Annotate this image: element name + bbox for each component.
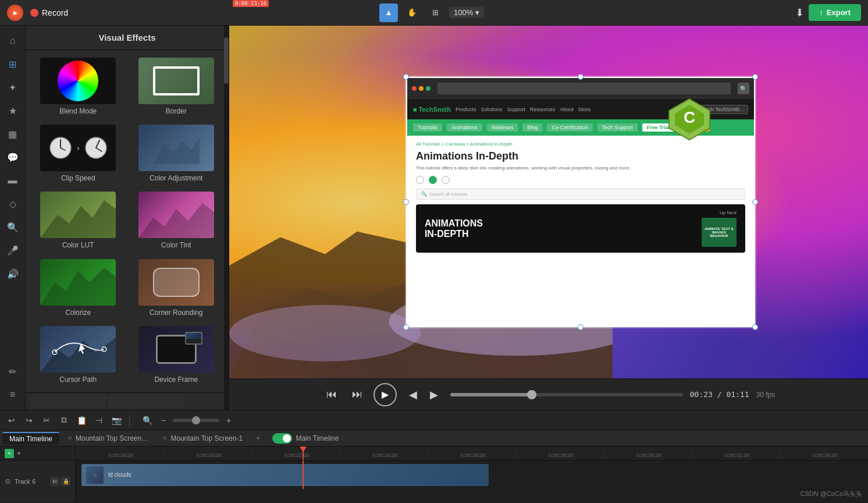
sidebar-icon-zoom[interactable]: 🔍 bbox=[2, 217, 23, 238]
nav-products: Products bbox=[456, 107, 476, 112]
current-time: 00:23 bbox=[690, 390, 713, 399]
export-button[interactable]: ↑ Export bbox=[809, 4, 861, 21]
undo-button[interactable]: ↩ bbox=[5, 413, 19, 427]
play-prev-frame-button[interactable]: ⏭ bbox=[348, 385, 367, 404]
add-tab-button[interactable]: + bbox=[251, 433, 265, 444]
nav-about: About bbox=[560, 107, 574, 112]
hand-tool-btn[interactable]: ✋ bbox=[403, 3, 421, 22]
sidebar-icon-captions[interactable]: ≡ bbox=[2, 384, 23, 405]
inner-search: 🔍 Search all tutorials bbox=[416, 189, 745, 200]
timeline-zoom-slider[interactable] bbox=[173, 419, 219, 422]
sidebar-icon-favorites[interactable]: ★ bbox=[2, 100, 23, 121]
zoom-out-button[interactable]: − bbox=[156, 413, 170, 427]
track-lock-button[interactable]: 🔒 bbox=[61, 477, 70, 486]
browser-page-title: Animations In-Depth bbox=[416, 150, 745, 162]
play-button[interactable]: ▶ bbox=[373, 383, 397, 406]
clip-thumbnail: 🌤 bbox=[86, 466, 104, 484]
main-timeline-toggle[interactable] bbox=[272, 433, 292, 444]
effects-scrollbar[interactable] bbox=[224, 26, 229, 410]
sidebar-icon-speech[interactable]: 💬 bbox=[2, 147, 23, 168]
effect-border[interactable]: Border bbox=[129, 55, 225, 119]
effect-label-color-lut: Color LUT bbox=[62, 241, 94, 249]
record-button[interactable]: Record bbox=[30, 8, 68, 17]
camtasia-logo: C bbox=[666, 96, 713, 145]
effect-thumb-border bbox=[138, 58, 214, 104]
zoom-control[interactable]: 100% ▾ bbox=[449, 7, 484, 18]
export-icon: ↑ bbox=[819, 8, 823, 17]
cut-button[interactable]: ✂ bbox=[40, 413, 54, 427]
track-header-ruler: + ▾ bbox=[0, 447, 75, 461]
effect-colorize[interactable]: Colorize bbox=[30, 256, 126, 321]
effect-clip-speed[interactable]: › Clip Speed bbox=[30, 122, 126, 186]
toggle-knob bbox=[283, 434, 291, 442]
tab-close-1[interactable]: ✕ bbox=[67, 435, 72, 441]
tab-mountain-top-screen-1[interactable]: ✕ Mountain Top Screen-1 bbox=[155, 433, 250, 444]
search-timeline-button[interactable]: 🔍 bbox=[140, 413, 154, 427]
sidebar-icon-volume[interactable]: 🔊 bbox=[2, 263, 23, 284]
prev-marker-button[interactable]: ◀ bbox=[404, 385, 422, 404]
add-track-button[interactable]: + bbox=[5, 449, 14, 458]
mark-34: 0:00:34,00 bbox=[780, 452, 868, 458]
track-mute-button[interactable]: M bbox=[50, 477, 59, 486]
tab-mt1-label: Mountain Top Screen-1 bbox=[170, 434, 243, 442]
effects-scrollbar-thumb[interactable] bbox=[224, 37, 229, 84]
sidebar-icon-text[interactable]: ▬ bbox=[2, 170, 23, 191]
effect-label-color-tint: Color Tint bbox=[161, 241, 191, 249]
effect-thumb-cursor-path bbox=[40, 326, 116, 373]
split-button[interactable]: ⊣ bbox=[92, 413, 106, 427]
tab-main-label: Main Timeline bbox=[9, 435, 52, 443]
sidebar-icon-annotations[interactable]: ✦ bbox=[2, 77, 23, 98]
crop-tool-btn[interactable]: ⊞ bbox=[426, 3, 444, 22]
sidebar-icon-home[interactable]: ⌂ bbox=[2, 30, 23, 51]
paste-button[interactable]: 📋 bbox=[74, 413, 88, 427]
carousel-dots bbox=[416, 176, 745, 184]
effect-blend-mode[interactable]: Blend Mode bbox=[30, 55, 126, 119]
clip-label: ld clouds bbox=[108, 472, 131, 478]
effect-thumb-color-lut bbox=[40, 192, 116, 238]
svg-marker-8 bbox=[153, 138, 200, 164]
pointer-tool-btn[interactable]: ▲ bbox=[379, 3, 398, 22]
effect-label-color-adjustment: Color Adjustment bbox=[150, 174, 202, 182]
svg-marker-13 bbox=[40, 268, 116, 306]
effect-cursor-path[interactable]: Cursor Path bbox=[30, 323, 126, 388]
toggle-label: Main Timeline bbox=[296, 434, 339, 442]
timeline-zoom-thumb[interactable] bbox=[192, 416, 200, 424]
browser-dot-red bbox=[412, 86, 417, 91]
inner-search-text: Search all tutorials bbox=[429, 192, 468, 197]
snapshot-button[interactable]: 📷 bbox=[109, 413, 123, 427]
copy-button[interactable]: ⧉ bbox=[57, 413, 71, 427]
sidebar-icon-shapes[interactable]: ◇ bbox=[2, 193, 23, 214]
tab-main-timeline[interactable]: Main Timeline bbox=[2, 432, 59, 445]
effect-color-adjustment[interactable]: Color Adjustment bbox=[129, 122, 225, 186]
timeline-area: ↩ ↪ ✂ ⧉ 📋 ⊣ 📷 🔍 − + Main Timeline ✕ Moun… bbox=[0, 410, 868, 503]
sidebar-icon-audio[interactable]: 🎤 bbox=[2, 240, 23, 261]
mark-28: 0:00:28,00 bbox=[516, 452, 604, 458]
sidebar-icon-pen[interactable]: ✏ bbox=[2, 361, 23, 382]
top-bar-left: ▶ Record bbox=[7, 5, 68, 21]
effect-color-lut[interactable]: Color LUT bbox=[30, 189, 126, 253]
next-marker-button[interactable]: ▶ bbox=[425, 385, 443, 404]
effect-corner-rounding[interactable]: Corner Rounding bbox=[129, 256, 225, 321]
effect-color-tint[interactable]: Color Tint bbox=[129, 189, 225, 253]
redo-button[interactable]: ↪ bbox=[22, 413, 36, 427]
track-6-controls: M 🔒 bbox=[50, 477, 70, 486]
sidebar-icon-library[interactable]: ▦ bbox=[2, 123, 23, 144]
sidebar-icon-effects[interactable]: ⊞ bbox=[2, 54, 23, 75]
anim-next-thumb: ANIMATE TEXT & IMAGES BEHAVIOR bbox=[702, 218, 737, 247]
ruler-playhead bbox=[303, 447, 304, 460]
browser-url-bar bbox=[437, 83, 731, 94]
effect-label-border: Border bbox=[166, 107, 187, 115]
subnav-animations: Animations bbox=[447, 123, 482, 132]
effect-device-frame[interactable]: Device Frame bbox=[129, 323, 225, 388]
timeline-ruler-tracks: 0:00:23;16 0:00:18,00 0:00:20,00 0:00:22… bbox=[76, 447, 868, 503]
progress-thumb[interactable] bbox=[527, 390, 536, 399]
tab-close-2[interactable]: ✕ bbox=[162, 435, 167, 441]
clip-ld-clouds[interactable]: 🌤 ld clouds bbox=[81, 464, 489, 486]
rewind-button[interactable]: ⏮ bbox=[322, 385, 341, 404]
download-icon[interactable]: ⬇ bbox=[795, 6, 804, 19]
effect-thumb-device-frame bbox=[138, 326, 214, 373]
zoom-in-button[interactable]: + bbox=[222, 413, 236, 427]
progress-bar[interactable] bbox=[450, 393, 683, 396]
tab-mountain-top-screen[interactable]: ✕ Mountain Top Screen... bbox=[61, 433, 154, 444]
effect-label-blend-mode: Blend Mode bbox=[59, 107, 97, 115]
